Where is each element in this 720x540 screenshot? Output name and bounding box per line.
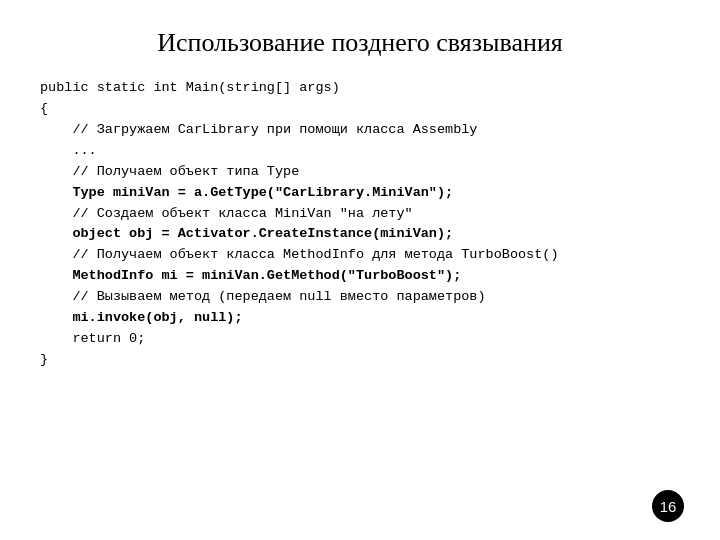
code-line: MethodInfo mi = miniVan.GetMethod("Turbo…: [40, 266, 680, 287]
page-title: Использование позднего связывания: [0, 0, 720, 78]
code-line: return 0;: [40, 329, 680, 350]
code-line: {: [40, 99, 680, 120]
page-number: 16: [652, 490, 684, 522]
code-line: object obj = Activator.CreateInstance(mi…: [40, 224, 680, 245]
code-line: // Загружаем CarLibrary при помощи класс…: [40, 120, 680, 141]
code-line: // Создаем объект класса MiniVan "на лет…: [40, 204, 680, 225]
code-line: mi.invoke(obj, null);: [40, 308, 680, 329]
code-line: // Вызываем метод (передаем null вместо …: [40, 287, 680, 308]
code-line: ...: [40, 141, 680, 162]
code-line: Type miniVan = a.GetType("CarLibrary.Min…: [40, 183, 680, 204]
code-line: public static int Main(string[] args): [40, 78, 680, 99]
code-block: public static int Main(string[] args){ /…: [0, 78, 720, 371]
code-line: }: [40, 350, 680, 371]
code-line: // Получаем объект типа Type: [40, 162, 680, 183]
code-line: // Получаем объект класса MethodInfo для…: [40, 245, 680, 266]
